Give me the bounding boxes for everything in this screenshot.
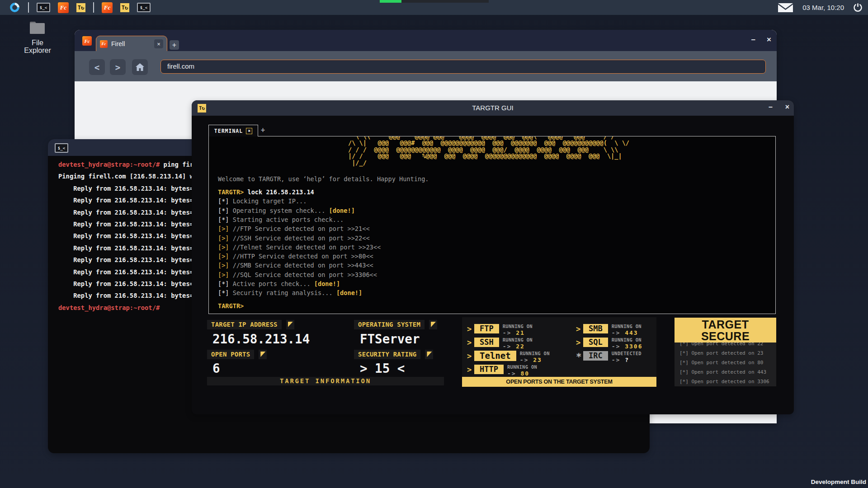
flag-icon[interactable] [286,320,294,329]
browser-back-button[interactable]: < [89,59,105,75]
browser-tab-close-icon[interactable]: × [154,39,163,48]
port-row-sql[interactable]: >SQLRUNNING ON-> 3306 [576,335,643,350]
console-line [218,183,429,188]
browser-url-input[interactable]: firell.com [160,60,766,74]
browser-minimize-button[interactable]: – [751,35,755,44]
mail-icon[interactable] [778,3,793,12]
targtr-window: TARGTR GUI T↻ – × TERMINAL × + \ \\ @@@ … [192,100,794,414]
taskbar-firell-icon[interactable]: Fc [58,2,69,13]
console-line: [*] Locking target IP... [218,197,429,206]
port-chip-irc[interactable]: IRC [583,351,608,361]
targtr-window-title: TARGTR GUI [192,100,794,116]
browser-close-button[interactable]: × [767,35,771,44]
open-ports-panel: >FTPRUNNING ON-> 21>SSHRUNNING ON-> 22>T… [462,317,656,387]
taskbar-targtr-icon[interactable]: T↻ [76,3,85,12]
port-status-ssh: RUNNING ON-> 22 [503,337,533,350]
target-secure-line2: SECURE [675,330,776,342]
secure-log-entry: [*] Open port detected on 80 [679,358,776,367]
port-status-http: RUNNING ON-> 80 [507,364,537,377]
browser-titlebar[interactable]: Fc Fc Firell × + – × [75,30,777,51]
taskbar-divider [28,2,29,13]
browser-tab-favicon: Fc [100,40,108,48]
port-row-http[interactable]: >HTTPRUNNING ON-> 80 [467,362,537,377]
open-ports-footer: OPEN PORTS ON THE TARGET SYSTEM [462,377,656,387]
console-line: [>] //SQL Service detected on port >>330… [218,270,429,279]
terminal-app-icon: $_< [55,143,68,153]
undetected-mark-icon: * [576,349,583,362]
detected-mark-icon: > [467,338,474,347]
folder-icon [29,20,46,34]
targtr-tab-terminal[interactable]: TERMINAL × [208,125,258,136]
console-line: [*] Starting active ports check... [218,215,429,224]
targtr-terminal-viewport[interactable]: \ \\ @@@ @@@@ @@@ @@@@ @@@@ @@@ @@@\ @@@… [208,136,776,314]
port-row-telnet[interactable]: >TelnetRUNNING ON-> 23 [467,348,550,363]
target-information-footer: TARGET INFORMATION [207,377,444,385]
home-icon [136,63,144,71]
port-chip-ftp[interactable]: FTP [474,324,499,333]
desktop-icon-file-explorer[interactable]: File Explorer [19,20,56,54]
target-ip-value: 216.58.213.14 [212,332,310,346]
targtr-titlebar[interactable]: TARGTR GUI T↻ – × [192,100,794,116]
console-line: [>] //SSH Service detected on port >>22<… [218,234,429,243]
detected-mark-icon: > [467,365,474,374]
targtr-app-icon: T↻ [198,104,206,113]
port-status-sql: RUNNING ON-> 3306 [612,337,643,350]
secure-log-entry: [*] Open port detected on 443 [679,367,776,377]
target-secure-badge: TARGET SECURE [675,318,776,343]
console-line: [*] Security rating analysis... [done!] [218,288,429,297]
os-logo-icon[interactable] [9,2,20,13]
detected-mark-icon: > [467,352,474,361]
port-chip-smb[interactable]: SMB [583,324,608,333]
port-status-smb: RUNNING ON-> 443 [612,324,642,336]
browser-tab[interactable]: Fc Firell × [96,36,167,52]
security-rating-value: > 15 < [360,361,405,375]
target-secure-panel: [*] Open port detected on 22[*] Open por… [675,318,776,386]
taskbar-targtr-icon[interactable]: T↻ [120,3,129,12]
secure-log-list: [*] Open port detected on 22[*] Open por… [679,339,776,386]
detected-mark-icon: > [467,324,474,333]
targtr-ascii-banner: \ \\ @@@ @@@@ @@@ @@@@ @@@@ @@@ @@@\ @@@… [348,136,629,166]
targtr-tab-label: TERMINAL [214,128,243,134]
session-progress-bar [380,0,489,3]
console-line: Welcome to TARGTR, use ‘help’ for detail… [218,174,429,183]
port-chip-ssh[interactable]: SSH [474,338,499,347]
browser-home-button[interactable] [132,59,148,75]
power-icon[interactable] [854,3,862,12]
port-status-telnet: RUNNING ON-> 23 [520,351,550,363]
port-chip-sql[interactable]: SQL [583,338,608,347]
target-ip-label: TARGET IP ADDRESS [207,320,282,329]
targtr-minimize-button[interactable]: – [769,103,773,111]
targtr-close-button[interactable]: × [785,103,789,111]
port-row-smb[interactable]: >SMBRUNNING ON-> 443 [576,321,642,336]
open-ports-value: 6 [212,361,220,375]
open-ports-label: OPEN PORTS [207,350,254,359]
console-line: TARGTR> lock 216.58.213.14 [218,188,429,197]
taskbar-divider [93,2,94,13]
desktop-icon-label: File Explorer [19,39,56,54]
port-status-ftp: RUNNING ON-> 21 [503,324,533,336]
flag-icon[interactable] [429,320,437,329]
console-line: [>] //HTTP Service detected on port >>80… [218,252,429,261]
development-build-label: Development Build [811,479,866,485]
port-status-irc: UNDETECTED-> ? [612,351,642,363]
console-line: TARGTR> [218,301,429,310]
flag-icon[interactable] [259,350,267,359]
browser-tab-title: Firell [111,40,154,47]
taskbar-terminal-icon[interactable]: $_< [137,3,151,12]
port-chip-telnet[interactable]: Telnet [474,351,516,361]
port-row-irc[interactable]: *IRCUNDETECTED-> ? [576,348,642,363]
port-row-ssh[interactable]: >SSHRUNNING ON-> 22 [467,335,533,350]
session-progress-fill [380,0,401,3]
targtr-new-tab-button[interactable]: + [261,126,265,134]
browser-toolbar: < > firell.com [75,51,777,81]
taskbar-terminal-icon[interactable]: $_< [37,3,50,12]
browser-forward-button[interactable]: > [110,59,126,75]
taskbar-firell-icon[interactable]: Fc [102,2,113,13]
detected-mark-icon: > [576,324,583,333]
flag-icon[interactable] [425,350,433,359]
port-row-ftp[interactable]: >FTPRUNNING ON-> 21 [467,321,533,336]
targtr-tab-close-icon[interactable]: × [246,128,252,134]
detected-mark-icon: > [576,338,583,347]
browser-new-tab-button[interactable]: + [170,40,179,50]
port-chip-http[interactable]: HTTP [474,365,504,374]
